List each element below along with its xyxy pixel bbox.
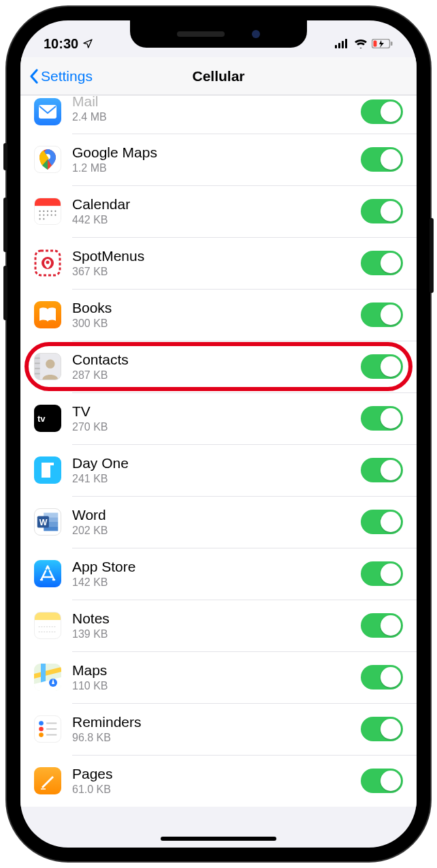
app-usage-label: 367 KB	[72, 266, 361, 278]
home-indicator[interactable]	[161, 837, 276, 841]
google-maps-icon	[34, 146, 61, 173]
svg-rect-0	[335, 45, 337, 48]
app-name-label: Notes	[72, 610, 361, 627]
word-icon: W	[34, 508, 61, 536]
svg-rect-30	[35, 373, 40, 375]
app-name-label: Books	[72, 300, 361, 316]
app-row-reminders[interactable]: Reminders 96.8 KB	[20, 703, 417, 755]
app-name-label: Maps	[72, 662, 361, 679]
dayone-icon	[34, 456, 61, 484]
app-list-scroll[interactable]: Mail 2.4 MB Google Maps 1.2 MB	[20, 95, 417, 848]
earpiece	[177, 31, 225, 37]
app-name-label: App Store	[72, 559, 361, 575]
svg-rect-6	[391, 42, 393, 46]
volume-down-button	[3, 266, 7, 320]
front-camera	[252, 30, 260, 38]
books-toggle[interactable]	[361, 303, 403, 327]
dayone-toggle[interactable]	[361, 458, 403, 482]
location-arrow-icon	[82, 38, 93, 49]
app-usage-label: 139 KB	[72, 628, 361, 640]
google-maps-toggle[interactable]	[361, 147, 403, 172]
spotmenus-toggle[interactable]	[361, 251, 403, 275]
mail-toggle[interactable]	[361, 99, 403, 124]
contacts-icon	[34, 353, 61, 380]
notes-icon	[34, 612, 61, 639]
svg-rect-28	[35, 362, 40, 364]
svg-rect-5	[374, 41, 377, 47]
status-left: 10:30	[44, 36, 93, 52]
app-usage-label: 300 KB	[72, 317, 361, 330]
app-usage-label: 110 KB	[72, 680, 361, 692]
books-icon	[34, 301, 61, 328]
maps-toggle[interactable]	[361, 665, 403, 689]
svg-point-13	[47, 211, 48, 212]
svg-point-16	[39, 215, 40, 216]
device-frame: 10:30	[7, 7, 430, 861]
svg-point-19	[51, 215, 52, 216]
svg-point-20	[54, 215, 56, 216]
app-name-label: Reminders	[72, 714, 361, 730]
svg-rect-27	[35, 358, 40, 359]
tv-toggle[interactable]	[361, 406, 403, 431]
app-name-label: Word	[72, 507, 361, 523]
app-row-dayone[interactable]: Day One 241 KB	[20, 444, 417, 496]
svg-point-15	[54, 211, 56, 212]
appstore-toggle[interactable]	[361, 561, 403, 586]
app-name-label: Calendar	[72, 196, 361, 213]
notes-toggle[interactable]	[361, 613, 403, 638]
app-row-calendar[interactable]: Calendar 442 KB	[20, 185, 417, 237]
svg-text:W: W	[39, 518, 48, 527]
svg-point-25	[46, 261, 50, 264]
svg-point-11	[39, 211, 40, 212]
nav-bar: Settings Cellular	[20, 57, 417, 95]
battery-low-charging-icon	[372, 39, 393, 48]
app-usage-label: 442 KB	[72, 214, 361, 226]
svg-point-22	[43, 218, 44, 219]
app-usage-label: 202 KB	[72, 525, 361, 537]
app-row-contacts[interactable]: Contacts 287 KB	[20, 341, 417, 392]
app-name-label: TV	[72, 403, 361, 420]
back-button[interactable]: Settings	[20, 68, 93, 84]
app-row-tv[interactable]: tv TV 270 KB	[20, 392, 417, 444]
app-name-label: SpotMenus	[72, 248, 361, 264]
app-list: Mail 2.4 MB Google Maps 1.2 MB	[20, 95, 417, 807]
contacts-toggle[interactable]	[361, 354, 403, 379]
svg-point-17	[43, 215, 44, 216]
clock: 10:30	[44, 36, 78, 52]
app-usage-label: 61.0 KB	[72, 784, 361, 796]
mute-switch	[3, 143, 7, 170]
calendar-icon	[34, 198, 61, 225]
app-row-mail[interactable]: Mail 2.4 MB	[20, 95, 417, 134]
svg-point-44	[39, 721, 44, 726]
app-usage-label: 96.8 KB	[72, 732, 361, 744]
svg-point-21	[39, 218, 40, 219]
apple-maps-icon	[34, 664, 61, 691]
app-row-notes[interactable]: Notes 139 KB	[20, 600, 417, 651]
svg-point-45	[39, 727, 44, 732]
app-row-pages[interactable]: Pages 61.0 KB	[20, 755, 417, 807]
app-usage-label: 142 KB	[72, 576, 361, 589]
app-name-label: Pages	[72, 766, 361, 782]
app-row-spotmenus[interactable]: SpotMenus 367 KB	[20, 237, 417, 289]
status-right	[335, 39, 393, 48]
svg-point-14	[51, 211, 52, 212]
tv-icon: tv	[34, 405, 61, 432]
appstore-icon	[34, 560, 61, 587]
spotmenus-icon	[34, 249, 61, 277]
volume-up-button	[3, 198, 7, 252]
app-usage-label: 241 KB	[72, 473, 361, 485]
reminders-toggle[interactable]	[361, 717, 403, 741]
svg-text:tv: tv	[37, 414, 46, 424]
app-row-books[interactable]: Books 300 KB	[20, 289, 417, 341]
pages-toggle[interactable]	[361, 769, 403, 793]
app-usage-label: 270 KB	[72, 421, 361, 433]
side-button	[430, 218, 434, 293]
app-row-google-maps[interactable]: Google Maps 1.2 MB	[20, 134, 417, 185]
app-row-maps[interactable]: Maps 110 KB	[20, 651, 417, 703]
back-label: Settings	[41, 68, 93, 84]
word-toggle[interactable]	[361, 510, 403, 534]
calendar-toggle[interactable]	[361, 199, 403, 223]
app-row-word[interactable]: W Word 202 KB	[20, 496, 417, 548]
app-row-appstore[interactable]: App Store 142 KB	[20, 548, 417, 600]
svg-rect-1	[338, 43, 340, 48]
